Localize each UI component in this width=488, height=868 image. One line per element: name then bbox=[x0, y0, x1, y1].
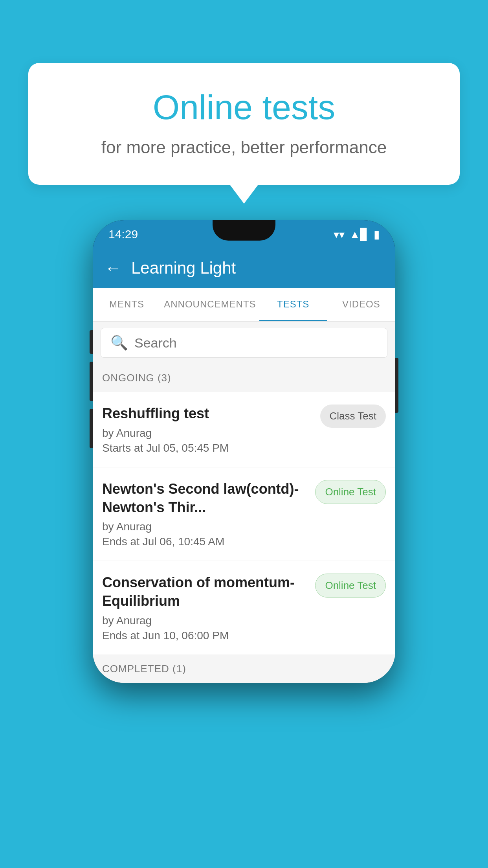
search-icon: 🔍 bbox=[110, 335, 128, 351]
bubble-subtitle: for more practice, better performance bbox=[60, 138, 428, 157]
wifi-icon: ▾▾ bbox=[334, 228, 345, 241]
bubble-card: Online tests for more practice, better p… bbox=[28, 63, 460, 185]
tab-announcements[interactable]: ANNOUNCEMENTS bbox=[161, 288, 259, 321]
power-button bbox=[395, 358, 398, 413]
test-item[interactable]: Newton's Second law(contd)-Newton's Thir… bbox=[93, 467, 395, 561]
status-time: 14:29 bbox=[108, 228, 138, 241]
tab-ments[interactable]: MENTS bbox=[93, 288, 161, 321]
bubble-arrow bbox=[230, 185, 258, 204]
test-name: Reshuffling test bbox=[102, 405, 314, 423]
test-by: by Anurag bbox=[102, 520, 309, 533]
app-title: Learning Light bbox=[131, 259, 236, 278]
phone-screen: 14:29 ▾▾ ▲▊ ▮ ← Learning Light MENTS ANN… bbox=[93, 220, 395, 683]
test-item[interactable]: Conservation of momentum-Equilibrium by … bbox=[93, 561, 395, 655]
screen-content: 🔍 ONGOING (3) Reshuffling test by Anurag… bbox=[93, 322, 395, 683]
notch bbox=[213, 220, 275, 241]
test-by: by Anurag bbox=[102, 427, 314, 440]
test-info: Conservation of momentum-Equilibrium by … bbox=[102, 574, 309, 642]
test-badge-online: Online Test bbox=[315, 574, 386, 598]
test-info: Newton's Second law(contd)-Newton's Thir… bbox=[102, 480, 309, 548]
app-header: ← Learning Light bbox=[93, 248, 395, 288]
volume-up-button bbox=[90, 330, 93, 354]
ongoing-title: ONGOING (3) bbox=[102, 372, 171, 384]
promo-bubble: Online tests for more practice, better p… bbox=[28, 63, 460, 204]
test-item[interactable]: Reshuffling test by Anurag Starts at Jul… bbox=[93, 392, 395, 467]
test-name: Newton's Second law(contd)-Newton's Thir… bbox=[102, 480, 309, 517]
test-name: Conservation of momentum-Equilibrium bbox=[102, 574, 309, 611]
test-time: Ends at Jun 10, 06:00 PM bbox=[102, 629, 309, 642]
silent-button bbox=[90, 409, 93, 448]
status-bar: 14:29 ▾▾ ▲▊ ▮ bbox=[93, 220, 395, 248]
completed-title: COMPLETED (1) bbox=[102, 663, 186, 675]
search-bar[interactable]: 🔍 bbox=[101, 328, 387, 358]
tab-bar: MENTS ANNOUNCEMENTS TESTS VIDEOS bbox=[93, 288, 395, 322]
search-input[interactable] bbox=[134, 335, 378, 351]
phone-mockup: 14:29 ▾▾ ▲▊ ▮ ← Learning Light MENTS ANN… bbox=[93, 220, 395, 683]
test-time: Ends at Jul 06, 10:45 AM bbox=[102, 535, 309, 548]
test-badge-online: Online Test bbox=[315, 480, 386, 504]
test-list: Reshuffling test by Anurag Starts at Jul… bbox=[93, 392, 395, 655]
test-badge-class: Class Test bbox=[320, 405, 386, 428]
signal-icon: ▲▊ bbox=[349, 228, 369, 241]
back-button[interactable]: ← bbox=[105, 258, 122, 278]
bubble-title: Online tests bbox=[60, 86, 428, 128]
status-icons: ▾▾ ▲▊ ▮ bbox=[334, 228, 380, 241]
test-info: Reshuffling test by Anurag Starts at Jul… bbox=[102, 405, 314, 454]
ongoing-section-header: ONGOING (3) bbox=[93, 364, 395, 392]
tab-videos[interactable]: VIDEOS bbox=[327, 288, 395, 321]
volume-down-button bbox=[90, 362, 93, 401]
search-container: 🔍 bbox=[93, 322, 395, 364]
battery-icon: ▮ bbox=[374, 228, 380, 241]
test-by: by Anurag bbox=[102, 614, 309, 627]
tab-tests[interactable]: TESTS bbox=[259, 288, 327, 321]
completed-section-header: COMPLETED (1) bbox=[93, 655, 395, 683]
test-time: Starts at Jul 05, 05:45 PM bbox=[102, 442, 314, 454]
